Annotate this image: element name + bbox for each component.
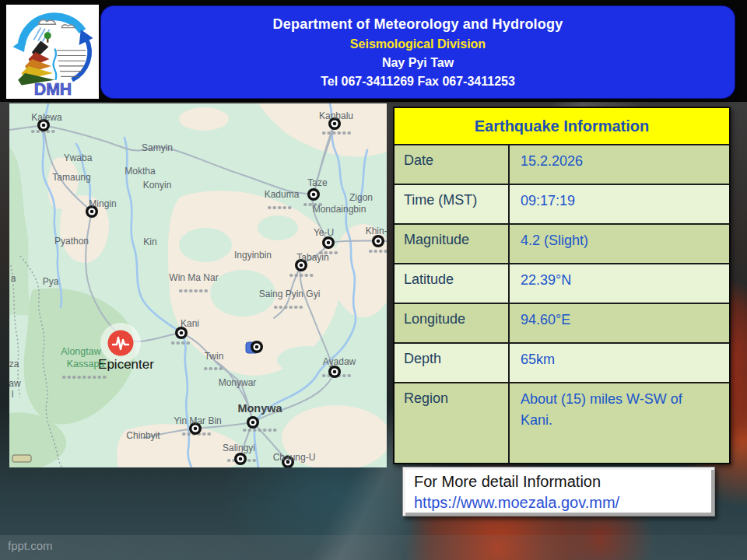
map-label-kani: Kani <box>181 318 199 329</box>
footer-band <box>0 535 747 560</box>
more-info-url[interactable]: https://www.moezala.gov.mm/ <box>414 492 703 513</box>
map-label-kanbalu: Kanbalu <box>319 110 353 121</box>
map-label-monywa: Monywa <box>237 402 282 415</box>
table-row: Magnitude 4.2 (Slight) <box>395 223 729 263</box>
row-label-latitude: Latitude <box>395 264 510 303</box>
row-label-date: Date <box>395 145 510 184</box>
row-value-latitude: 22.39°N <box>510 264 729 303</box>
map-label-win-ma-nar: Win Ma Nar <box>169 272 218 283</box>
town-marker-monywa <box>247 416 259 429</box>
dmh-logo-text: DMH <box>33 79 71 96</box>
more-info-text: For More detail Information <box>414 471 703 492</box>
town-marker-salingyi <box>234 453 247 465</box>
map-label-konyin: Konyin <box>143 180 172 191</box>
map-label-taze: Taze <box>307 177 328 188</box>
tree-icon <box>44 32 51 42</box>
epicenter-label: Epicenter <box>98 357 154 372</box>
epicenter-map: Epicenter KalewaKanbaluSamyinYwabaMoktha… <box>9 103 387 467</box>
more-info-box: For More detail Information https://www.… <box>402 467 715 516</box>
epicenter-dot <box>108 331 134 356</box>
map-label-tabayin: Tabayin <box>296 252 328 263</box>
row-label-depth: Depth <box>395 344 510 382</box>
dmh-logo-graphic: DMH <box>9 8 96 96</box>
earthquake-info-table: Earthquake Information Date 15.2.2026 Ti… <box>393 107 731 464</box>
row-label-region: Region <box>395 383 510 463</box>
header-banner: Department of Meteorology and Hydrology … <box>101 6 735 98</box>
map-label-za: za <box>9 359 19 369</box>
map-label-mingin: Mingin <box>89 198 116 209</box>
row-label-time: Time (MST) <box>395 185 510 223</box>
map-label-salingyi: Salingyi <box>223 443 255 453</box>
map-label-pya: Pya <box>43 276 59 287</box>
org-contact: Tel 067-3411269 Fax 067-3411253 <box>321 75 515 89</box>
map-label-ayadaw: Ayadaw <box>323 356 356 367</box>
town-marker-ye-u <box>322 236 335 249</box>
rise-arc-icon <box>72 38 89 80</box>
map-label-alongtaw: Alongtaw <box>61 346 101 357</box>
map-label-monywar: Monywar <box>219 377 257 388</box>
table-row: Region About (15) miles W-SW of Kani. <box>395 382 729 463</box>
row-value-date: 15.2.2026 <box>510 145 729 184</box>
map-label-yin-mar-bin: Yin Mar Bin <box>174 415 222 426</box>
town-marker-taze <box>307 188 320 201</box>
org-title: Department of Meteorology and Hydrology <box>273 16 563 33</box>
map-label-ingyinbin: Ingyinbin <box>234 250 272 261</box>
table-row: Longitude 94.60°E <box>395 303 729 342</box>
table-title: Earthquake Information <box>395 108 729 144</box>
map-label-kin: Kin <box>143 236 156 247</box>
table-row: Depth 65km <box>395 342 729 382</box>
map-label-kalewa: Kalewa <box>31 112 62 123</box>
map-label-aw: aw <box>9 378 21 389</box>
map-scale-bar <box>12 455 31 462</box>
map-label-moktha: Moktha <box>124 166 156 177</box>
row-value-depth: 65km <box>510 344 729 382</box>
table-row: Date 15.2.2026 <box>395 144 729 184</box>
map-label-ywaba: Ywaba <box>64 152 93 163</box>
table-row: Time (MST) 09:17:19 <box>395 184 729 223</box>
row-label-longitude: Longitude <box>395 304 510 342</box>
map-label-saing-pyin-gyi: Saing Pyin Gyi <box>259 289 321 299</box>
town-marker-ayadaw <box>328 366 341 378</box>
map-label-pyathon: Pyathon <box>54 236 89 247</box>
map-label-twin: Twin <box>205 351 224 362</box>
map-label-ye-u: Ye-U <box>314 227 334 238</box>
map-label-a: a <box>11 273 16 284</box>
map-label-khin-u: Khin-U <box>366 226 387 236</box>
town-marker-khin-u <box>372 235 384 247</box>
map-label-l: l <box>12 389 14 400</box>
map-label-mondaingbin: Mondaingbin <box>313 204 366 215</box>
town-marker-road-junction <box>246 341 263 353</box>
map-label-tamaung: Tamaung <box>52 172 90 183</box>
row-label-magnitude: Magnitude <box>395 225 510 263</box>
table-row: Latitude 22.39°N <box>395 263 729 303</box>
row-value-longitude: 94.60°E <box>510 304 729 342</box>
dmh-logo: DMH <box>6 5 99 99</box>
row-value-time: 09:17:19 <box>510 185 729 223</box>
map-label-kassapa: Kassapa <box>67 359 105 369</box>
map-label-chaung-u: Chaung-U <box>273 452 316 463</box>
shoreline-icon <box>53 48 56 79</box>
map-label-samyin: Samyin <box>142 142 173 153</box>
map-label-zigon: Zigon <box>349 192 373 203</box>
slide: DMH Department of Meteorology and Hydrol… <box>0 0 747 560</box>
division-title: Seismological Division <box>350 37 486 51</box>
map-label-chinbyit: Chinbyit <box>126 430 160 441</box>
row-value-magnitude: 4.2 (Slight) <box>510 225 729 263</box>
org-location: Nay Pyi Taw <box>382 56 454 70</box>
fppt-watermark: fppt.com <box>8 539 53 552</box>
map-label-kaduma: Kaduma <box>265 189 300 200</box>
row-value-region: About (15) miles W-SW of Kani. <box>510 383 718 463</box>
